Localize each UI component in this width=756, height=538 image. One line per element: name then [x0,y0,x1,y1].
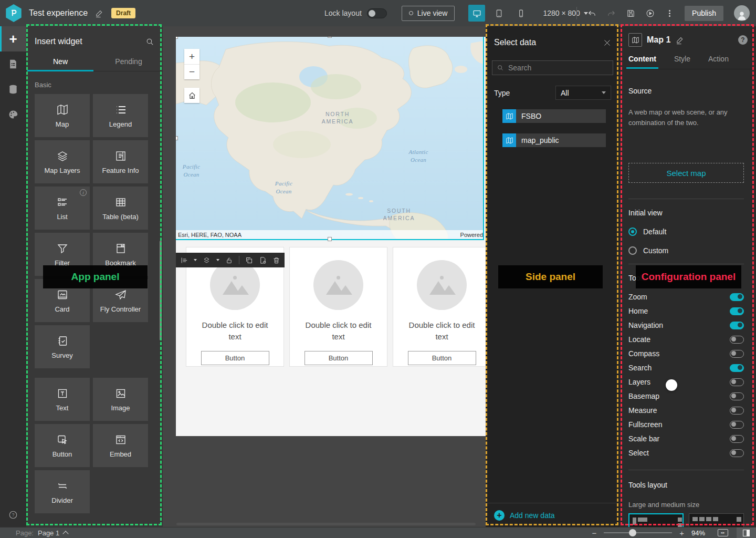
slider-knob[interactable] [629,529,636,536]
scale-bar-toggle[interactable] [730,435,744,443]
basemap-toggle[interactable] [730,392,744,400]
widget-tile-feature-info[interactable]: Feature Info [93,140,148,183]
map-zoom-in-button[interactable]: + [184,49,200,64]
preview-play-button[interactable] [646,9,655,18]
delete-trash-icon[interactable] [272,256,280,264]
undo-button[interactable] [587,9,596,18]
initial-view-custom-option[interactable]: Custom [628,246,668,255]
widget-tile-card[interactable]: Card [35,279,90,322]
tab-pending-widgets[interactable]: Pending [94,54,163,71]
card-button-2[interactable]: Button [304,351,373,365]
selection-handle-bottom-center[interactable] [328,237,332,241]
selection-handle-left-middle[interactable] [176,136,178,140]
card-text-1[interactable]: Double click to edit text [196,319,275,343]
add-new-data-button[interactable]: + Add new data [486,503,620,527]
widget-tile-bookmark[interactable]: Bookmark [93,233,148,276]
app-logo-icon[interactable] [5,4,22,22]
align-chevron-icon[interactable] [194,259,197,261]
widget-tile-image[interactable]: Image [93,378,148,421]
navigation-toggle[interactable] [730,322,744,329]
zoom-toggle[interactable] [730,293,744,301]
live-view-button[interactable]: Live view [402,6,455,21]
widget-tile-map-layers[interactable]: Map Layers [35,140,90,183]
widget-tile-divider[interactable]: Divider [35,470,90,513]
save-template-icon[interactable] [259,256,267,264]
device-desktop-button[interactable] [468,5,485,22]
fullscreen-toggle[interactable] [730,421,744,429]
tab-action[interactable]: Action [708,52,729,69]
device-mobile-button[interactable] [512,5,529,22]
measure-toggle[interactable] [730,407,744,415]
tab-style[interactable]: Style [674,52,690,69]
rename-pencil-icon[interactable] [95,9,104,18]
map-zoom-out-button[interactable]: − [184,64,200,79]
widget-tile-fly-controller[interactable]: Fly Controller [93,279,148,322]
type-dropdown[interactable]: All [555,86,611,100]
widget-tile-embed[interactable]: Embed [93,424,148,467]
initial-view-default-option[interactable]: Default [628,227,666,236]
image-placeholder-icon[interactable] [210,260,260,310]
widget-tile-list[interactable]: i List [35,187,90,230]
save-button[interactable] [626,9,635,18]
rail-insert-widget-button[interactable]: + [0,26,26,51]
zoom-in-canvas-button[interactable]: + [679,529,684,537]
rename-widget-pencil-icon[interactable] [676,36,685,45]
widget-tile-text[interactable]: Text [35,378,90,421]
select-toggle[interactable] [730,449,744,457]
selection-handle-top-left[interactable] [176,37,178,39]
layers-toggle[interactable] [730,378,744,386]
card-button-1[interactable]: Button [201,351,269,365]
page-surface[interactable]: NORTH AMERICA Atlantic Ocean Pacific Oce… [176,37,486,436]
image-placeholder-icon[interactable] [417,260,467,310]
widget-tile-table[interactable]: Table (beta) [93,187,148,230]
lock-layout-toggle[interactable] [367,8,387,18]
rail-data-button[interactable] [0,77,26,102]
rail-theme-button[interactable] [0,102,26,127]
card-widget-2[interactable]: Double click to edit text Button [289,247,387,367]
widget-panel-scrollbar[interactable] [160,241,162,340]
redo-button[interactable] [607,9,616,18]
image-placeholder-icon[interactable] [313,260,363,310]
close-icon[interactable] [603,39,611,47]
tab-content[interactable]: Content [628,52,656,69]
selection-handle-top-center[interactable] [328,37,332,38]
tools-layout-option-top[interactable] [689,513,744,527]
locate-toggle[interactable] [730,336,744,344]
align-icon[interactable] [180,256,188,264]
compass-toggle[interactable] [730,350,744,358]
widget-tile-map[interactable]: Map [35,94,90,137]
card-text-3[interactable]: Double click to edit text [403,319,481,343]
canvas-zoom-slider[interactable] [604,532,672,533]
widget-tile-filter[interactable]: Filter [35,233,90,276]
page-selector[interactable]: Page 1 [38,529,59,537]
duplicate-icon[interactable] [245,256,253,264]
rail-help-button[interactable]: ? [0,510,26,520]
data-item-fsbo[interactable]: FSBO [502,109,606,123]
fit-to-window-icon[interactable]: ◂▸ [718,529,728,536]
map-home-button[interactable] [184,88,200,103]
config-help-icon[interactable]: ? [738,35,748,45]
tab-new-widgets[interactable]: New [26,54,94,71]
data-search-input[interactable] [508,64,608,72]
more-options-kebab-icon[interactable] [665,9,674,18]
list-info-icon[interactable]: i [80,189,87,196]
home-toggle[interactable] [730,307,744,315]
data-search-box[interactable] [492,60,613,75]
map-widget[interactable]: NORTH AMERICA Atlantic Ocean Pacific Oce… [176,37,483,239]
device-tablet-button[interactable] [490,5,507,22]
card-widget-3[interactable]: Double click to edit text Button [393,247,486,367]
account-avatar[interactable] [734,5,750,21]
card-text-2[interactable]: Double click to edit text [299,319,378,343]
widget-tile-legend[interactable]: Legend [93,94,148,137]
widget-search-icon[interactable] [145,37,154,46]
widget-tile-survey[interactable]: Survey [35,325,90,368]
toggle-panels-button[interactable] [737,527,756,538]
arrange-chevron-icon[interactable] [216,259,219,261]
chevron-up-icon[interactable] [63,531,69,536]
zoom-out-canvas-button[interactable]: − [592,529,596,537]
card-button-3[interactable]: Button [408,351,476,365]
tools-layout-option-sides[interactable] [628,513,684,527]
publish-button[interactable]: Publish [685,6,723,21]
search-toggle[interactable] [730,364,744,372]
rail-page-button[interactable] [0,51,26,77]
